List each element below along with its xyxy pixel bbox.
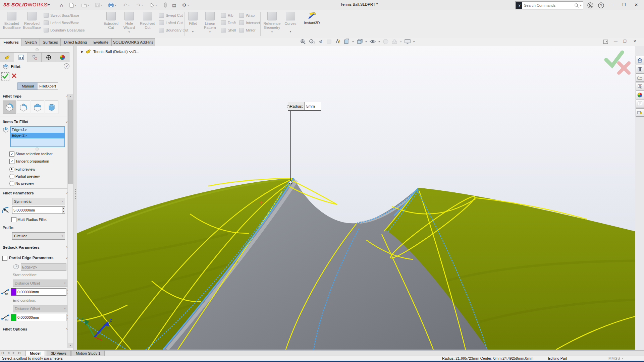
annotation-views-icon[interactable]: [334, 39, 341, 45]
fillet-type-face-button[interactable]: [31, 101, 44, 114]
dropdown-arrow-icon[interactable]: ▼: [378, 41, 380, 43]
section-fillet-parameters[interactable]: Fillet Parameters: [3, 191, 34, 195]
flyout-doc-label[interactable]: Tennis Ball (Default) <<D...: [93, 50, 139, 54]
open-icon[interactable]: ▼: [80, 1, 91, 9]
help-icon[interactable]: ?: [597, 1, 605, 9]
d1-field[interactable]: ▲▼: [16, 288, 66, 296]
dropdown-arrow-icon[interactable]: ▼: [413, 41, 415, 43]
multi-radius-checkbox[interactable]: [11, 217, 16, 222]
d1-input[interactable]: [16, 289, 66, 295]
scroll-down-icon[interactable]: ▼: [68, 343, 73, 348]
list-item-edge2[interactable]: Edge<2>: [11, 133, 64, 138]
tab-featuremanager-tree[interactable]: [0, 52, 14, 62]
callout-anchor-handle[interactable]: [289, 181, 292, 184]
tab-surfaces[interactable]: Surfaces: [40, 38, 61, 46]
file-explorer-button[interactable]: [636, 73, 644, 82]
restore-button[interactable]: ❐: [618, 0, 630, 10]
units-selector[interactable]: MMGS: [608, 356, 620, 360]
tab-evaluate[interactable]: Evaluate: [90, 38, 112, 46]
ok-button[interactable]: [1, 72, 9, 80]
custom-properties-button[interactable]: [636, 100, 644, 108]
previous-view-icon[interactable]: [317, 39, 324, 45]
confirm-cancel-icon[interactable]: [619, 63, 629, 73]
select-cursor-icon[interactable]: ▼: [150, 1, 158, 9]
print-icon[interactable]: ▼: [107, 1, 118, 9]
scrollbar-thumb[interactable]: [68, 100, 73, 184]
zoom-fit-icon[interactable]: [300, 39, 306, 45]
minimize-button[interactable]: —: [606, 0, 617, 10]
view-settings-icon[interactable]: [404, 39, 411, 45]
search-box[interactable]: ≯ ▼: [515, 1, 583, 9]
tangent-propagation-checkbox[interactable]: ✓: [9, 159, 14, 164]
close-button[interactable]: ✕: [631, 0, 642, 10]
doc-restore-icon[interactable]: ❐: [623, 39, 627, 44]
tab-solidworks-addins[interactable]: SOLIDWORKS Add-Ins: [111, 38, 155, 46]
fillet-type-constant-size-button[interactable]: [3, 101, 16, 114]
list-item-edge1[interactable]: Edge<1>: [11, 127, 64, 133]
spin-down-icon[interactable]: ▼: [62, 210, 65, 214]
panel-scrollbar[interactable]: ▲ ▼: [67, 94, 73, 348]
flyout-expand-icon[interactable]: ▶: [81, 50, 84, 53]
dropdown-arrow-icon[interactable]: ▼: [352, 41, 354, 43]
radius-callout[interactable]: Radius:: [288, 102, 321, 111]
flyout-feature-tree[interactable]: ▶ Tennis Ball (Default) <<D...: [81, 49, 139, 54]
radius-input[interactable]: [12, 207, 62, 214]
home-icon[interactable]: ⌂: [59, 1, 64, 9]
d2-field[interactable]: ▲▼: [16, 314, 66, 321]
profile-dropdown[interactable]: Circular∨: [12, 232, 65, 240]
fillet-type-full-round-button[interactable]: [45, 101, 58, 114]
tab-features[interactable]: Features: [0, 38, 22, 46]
tab-scroll-prev-icon[interactable]: ◀: [7, 351, 9, 354]
view-palette-button[interactable]: [636, 82, 644, 90]
partial-preview-radio[interactable]: [9, 174, 14, 179]
tab-displaymanager[interactable]: [55, 52, 69, 62]
section-partial-edge-parameters[interactable]: Partial Edge Parameters: [9, 256, 53, 260]
model-3d-view[interactable]: Y Z x: [77, 46, 635, 350]
panel-help-icon[interactable]: ?: [64, 63, 69, 69]
no-preview-radio[interactable]: [9, 181, 14, 186]
new-document-icon[interactable]: ▼: [68, 1, 78, 9]
callout-value-input[interactable]: [305, 102, 321, 110]
section-fillet-options[interactable]: Fillet Options: [3, 327, 27, 331]
tab-scroll-first-icon[interactable]: |◀: [1, 351, 4, 354]
dropdown-arrow-icon[interactable]: ▼: [365, 41, 367, 43]
fillet-type-variable-size-button[interactable]: [17, 101, 30, 114]
instant3d-button[interactable]: Instant3D: [301, 11, 323, 25]
search-input[interactable]: [523, 3, 574, 7]
tab-scroll-last-icon[interactable]: ▶|: [18, 351, 21, 354]
zoom-area-icon[interactable]: [308, 39, 315, 45]
manual-mode-button[interactable]: Manual: [17, 82, 38, 90]
confirmation-corner[interactable]: [603, 48, 632, 75]
d2-color-swatch[interactable]: [11, 314, 16, 321]
edges-listbox[interactable]: Edge<1> Edge<2>: [10, 126, 65, 147]
tab-dimxpertmanager[interactable]: [41, 52, 56, 62]
section-fillet-type[interactable]: Fillet Type: [3, 94, 21, 98]
user-account-icon[interactable]: [586, 1, 594, 9]
rebuild-icon[interactable]: [163, 1, 168, 9]
tab-direct-editing[interactable]: Direct Editing: [60, 38, 91, 46]
design-library-button[interactable]: [636, 65, 644, 73]
options-gear-icon[interactable]: ⚙▼: [181, 1, 191, 9]
filletxpert-mode-button[interactable]: FilletXpert: [38, 82, 58, 90]
hide-show-items-icon[interactable]: [369, 39, 376, 45]
tab-configurationmanager[interactable]: [28, 52, 42, 62]
doc-minimize-icon[interactable]: —: [614, 39, 618, 43]
d2-input[interactable]: [16, 314, 66, 321]
search-icon[interactable]: [574, 3, 579, 8]
tab-propertymanager[interactable]: [14, 52, 28, 62]
search-dropdown-icon[interactable]: ▼: [580, 4, 582, 7]
tab-scroll-next-icon[interactable]: ▶: [13, 351, 15, 354]
full-preview-radio[interactable]: [9, 167, 14, 172]
collapse-pane-icon[interactable]: [603, 40, 608, 45]
view-orientation-icon[interactable]: [343, 39, 350, 45]
radius-spinner[interactable]: ▲▼: [62, 207, 65, 214]
symmetry-dropdown[interactable]: Symmetric∨: [12, 198, 65, 205]
resources-home-button[interactable]: [636, 56, 644, 64]
appearances-scenes-button[interactable]: [636, 91, 644, 99]
file-properties-icon[interactable]: ▤: [171, 1, 177, 9]
splitter-handle[interactable]: [75, 189, 76, 199]
graphics-viewport[interactable]: Y Z x ▶ Tennis Ball (Default) <<D... Rad…: [77, 46, 635, 350]
callout-handle-icon[interactable]: [287, 105, 290, 108]
resize-handle[interactable]: [36, 147, 39, 150]
doc-close-icon[interactable]: ✕: [633, 39, 636, 44]
